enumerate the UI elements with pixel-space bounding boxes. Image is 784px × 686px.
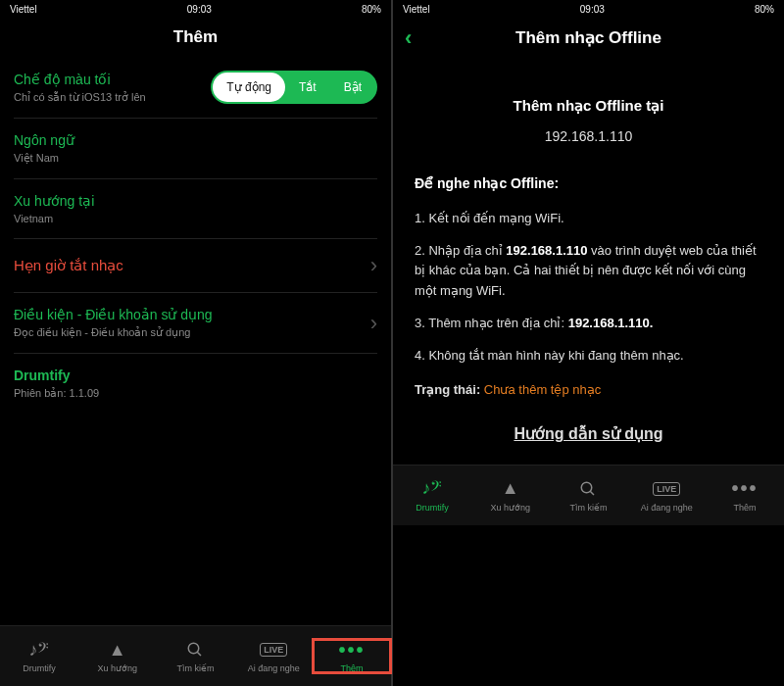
- svg-point-2: [582, 482, 593, 493]
- tab-drumtify[interactable]: ♪𝄢 Drumtify: [0, 639, 78, 673]
- music-note-icon: ♪𝄢: [421, 478, 442, 500]
- status-value: Chưa thêm tệp nhạc: [484, 382, 601, 397]
- svg-line-1: [198, 652, 202, 656]
- status-row: Trạng thái: Chưa thêm tệp nhạc: [415, 380, 762, 401]
- app-name: Drumtify: [14, 368, 99, 383]
- header: ‹ Thêm nhạc Offline: [393, 18, 784, 57]
- tab-bar: ♪𝄢 Drumtify ▲ Xu hướng Tìm kiếm LIVE Ai …: [393, 465, 784, 525]
- tab-search[interactable]: Tìm kiếm: [550, 478, 628, 513]
- more-icon: •••: [339, 639, 366, 661]
- row-terms[interactable]: Điều kiện - Điều khoản sử dụng Đọc điều …: [14, 293, 377, 354]
- tab-drumtify[interactable]: ♪𝄢 Drumtify: [393, 478, 471, 513]
- status-bar: Viettel 09:03 80%: [0, 0, 391, 18]
- settings-list: Chế độ màu tối Chỉ có sẵn từ iOS13 trở l…: [0, 57, 391, 625]
- step-2: 2. Nhập địa chỉ 192.168.1.110 vào trình …: [415, 241, 762, 302]
- clock: 09:03: [580, 4, 605, 15]
- trending-value: Vietnam: [14, 213, 94, 224]
- page-title: Thêm: [173, 27, 218, 47]
- offline-heading: Để nghe nhạc Offline:: [415, 172, 762, 194]
- flame-icon: ▲: [109, 639, 126, 661]
- seg-on[interactable]: Bật: [330, 73, 375, 102]
- step-3: 3. Thêm nhạc trên địa chỉ: 192.168.1.110…: [415, 314, 762, 334]
- chevron-right-icon: ›: [370, 311, 377, 336]
- live-icon: LIVE: [653, 478, 680, 500]
- phone-left: Viettel 09:03 80% Thêm Chế độ màu tối Ch…: [0, 0, 391, 686]
- row-trending-region[interactable]: Xu hướng tại Vietnam: [14, 179, 377, 239]
- battery-label: 80%: [362, 4, 381, 15]
- row-darkmode: Chế độ màu tối Chỉ có sẵn từ iOS13 trở l…: [14, 57, 377, 119]
- tab-listening[interactable]: LIVE Ai đang nghe: [627, 478, 706, 513]
- darkmode-segmented[interactable]: Tự động Tắt Bật: [211, 71, 377, 104]
- phone-right: Viettel 09:03 80% ‹ Thêm nhạc Offline Th…: [393, 0, 784, 686]
- terms-sub: Đọc điều kiện - Điều khoản sử dụng: [14, 326, 213, 339]
- svg-line-3: [591, 491, 595, 495]
- offline-ip: 192.168.1.110: [415, 125, 762, 147]
- step-4: 4. Không tắt màn hình này khi đang thêm …: [415, 346, 762, 367]
- terms-label: Điều kiện - Điều khoản sử dụng: [14, 307, 213, 322]
- svg-point-0: [189, 643, 200, 654]
- search-icon: [186, 639, 204, 661]
- header: Thêm: [0, 18, 391, 57]
- language-value: Việt Nam: [14, 152, 74, 165]
- chevron-right-icon: ›: [370, 253, 377, 278]
- back-button[interactable]: ‹: [405, 25, 412, 51]
- row-appversion: Drumtify Phiên bản: 1.1.09: [14, 354, 377, 414]
- tab-search[interactable]: Tìm kiếm: [157, 639, 235, 673]
- offline-content: Thêm nhạc Offline tại 192.168.1.110 Để n…: [393, 57, 784, 465]
- carrier-label: Viettel: [403, 4, 430, 15]
- app-version: Phiên bản: 1.1.09: [14, 387, 99, 400]
- trending-label: Xu hướng tại: [14, 193, 94, 209]
- darkmode-label: Chế độ màu tối: [14, 72, 146, 87]
- darkmode-sub: Chỉ có sẵn từ iOS13 trở lên: [14, 91, 146, 104]
- carrier-label: Viettel: [10, 4, 37, 15]
- row-language[interactable]: Ngôn ngữ Việt Nam: [14, 119, 377, 179]
- tab-more[interactable]: ••• Thêm: [706, 478, 784, 513]
- tab-bar: ♪𝄢 Drumtify ▲ Xu hướng Tìm kiếm LIVE Ai …: [0, 625, 391, 686]
- offline-subtitle: Thêm nhạc Offline tại: [415, 94, 762, 118]
- flame-icon: ▲: [502, 478, 519, 500]
- more-icon: •••: [732, 478, 759, 500]
- step-1: 1. Kết nối đến mạng WiFi.: [415, 209, 762, 229]
- battery-label: 80%: [755, 4, 774, 15]
- tab-listening[interactable]: LIVE Ai đang nghe: [234, 639, 313, 673]
- tab-more[interactable]: ••• Thêm: [313, 639, 391, 673]
- page-title: Thêm nhạc Offline: [515, 27, 662, 48]
- status-bar: Viettel 09:03 80%: [393, 0, 784, 18]
- clock: 09:03: [187, 4, 212, 15]
- usage-guide-link[interactable]: Hướng dẫn sử dụng: [415, 421, 762, 447]
- tab-trending[interactable]: ▲ Xu hướng: [78, 639, 157, 673]
- language-label: Ngôn ngữ: [14, 132, 74, 148]
- live-icon: LIVE: [260, 639, 287, 661]
- music-note-icon: ♪𝄢: [28, 639, 49, 661]
- seg-off[interactable]: Tắt: [285, 73, 330, 102]
- seg-auto[interactable]: Tự động: [213, 73, 285, 102]
- tab-trending[interactable]: ▲ Xu hướng: [471, 478, 550, 513]
- row-sleep-timer[interactable]: Hẹn giờ tắt nhạc ›: [14, 239, 377, 293]
- sleep-timer-label: Hẹn giờ tắt nhạc: [14, 257, 123, 274]
- search-icon: [579, 478, 597, 500]
